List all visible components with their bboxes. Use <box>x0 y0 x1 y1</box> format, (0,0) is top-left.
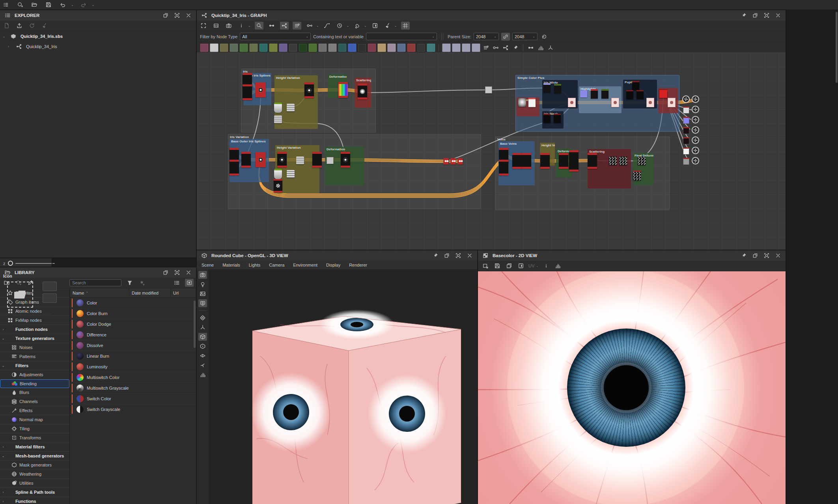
graph-node-noisebw[interactable] <box>619 157 627 165</box>
graph-node-atomic[interactable] <box>522 153 531 169</box>
graph-node-levels[interactable] <box>296 157 304 164</box>
wire-style-icon[interactable] <box>323 22 331 30</box>
output-node-icon[interactable] <box>692 126 699 134</box>
graph-node-purple[interactable] <box>580 90 587 97</box>
tree-expander-icon[interactable]: › <box>2 491 5 494</box>
save-icon[interactable] <box>44 1 53 9</box>
library-tree-item-texture-generators[interactable]: ⌄Texture generators <box>0 334 69 343</box>
menu-environment[interactable]: Environment <box>293 263 317 267</box>
graph-node-noiseblob[interactable] <box>518 98 526 107</box>
tools-icon[interactable] <box>353 22 362 30</box>
node-type-icon-23[interactable] <box>427 43 435 52</box>
link-display-icon[interactable] <box>267 22 276 30</box>
copy-image-icon[interactable] <box>505 262 513 270</box>
expander-icon[interactable]: › <box>8 45 12 49</box>
link-size-icon[interactable] <box>501 33 510 41</box>
node-type-icon-13[interactable] <box>328 43 337 52</box>
graph-node-dotpair[interactable] <box>458 158 463 164</box>
graph-node-levels[interactable] <box>287 170 295 178</box>
undo-icon[interactable] <box>58 1 67 9</box>
library-item-switch-grayscale[interactable]: Switch Grayscale <box>70 404 196 415</box>
refresh-view-icon[interactable] <box>517 262 525 270</box>
app-menu-icon[interactable] <box>2 1 10 9</box>
output-node-icon[interactable] <box>692 147 699 154</box>
library-item-multiswitch-color[interactable]: Multiswitch Color <box>70 372 196 383</box>
graph-node-blend[interactable] <box>568 98 576 107</box>
float-icon[interactable] <box>751 252 760 259</box>
float-icon[interactable] <box>161 269 170 276</box>
redo-icon[interactable] <box>79 1 88 9</box>
menu-display[interactable]: Display <box>326 263 340 267</box>
graph-node-black[interactable] <box>626 90 633 99</box>
turntable-icon[interactable] <box>198 361 207 369</box>
graph-node-noisebw[interactable] <box>609 157 617 165</box>
lights-icon[interactable] <box>198 280 207 288</box>
dot-node-icon[interactable] <box>491 44 500 52</box>
tree-expander-icon[interactable]: ⌄ <box>2 337 5 340</box>
pin-icon[interactable] <box>431 252 440 259</box>
library-tree-item-channels[interactable]: Channels <box>0 397 69 406</box>
explorer-package-row[interactable]: ⌄ Quicktip_34_Iris.sbs <box>0 31 196 41</box>
node-type-icon-2[interactable] <box>220 43 228 52</box>
graph-node-dotpair[interactable] <box>451 158 456 164</box>
add-favorite-icon[interactable] <box>138 279 147 287</box>
reset-size-icon[interactable] <box>540 33 549 41</box>
graph-canvas[interactable]: IrisBase Iris SplinesHeight VariationDef… <box>197 52 786 250</box>
menu-lights[interactable]: Lights <box>249 263 260 267</box>
menu-scene[interactable]: Scene <box>202 263 214 267</box>
portal-node-icon-1[interactable] <box>452 43 461 52</box>
panel-menu-icon[interactable] <box>3 11 12 19</box>
node-type-icon-22[interactable] <box>417 43 426 52</box>
export-image-icon[interactable] <box>481 262 490 270</box>
library-item-color-dodge[interactable]: Color Dodge <box>70 319 196 330</box>
float-icon[interactable] <box>442 252 451 259</box>
clean-icon[interactable] <box>40 22 49 30</box>
column-name[interactable]: Name⌃ <box>70 289 129 297</box>
graph-node-atomicN[interactable] <box>358 84 367 99</box>
float-icon[interactable] <box>751 11 760 19</box>
library-tree-item-transforms[interactable]: Transforms <box>0 433 69 442</box>
graph-node-atomic[interactable] <box>559 153 568 169</box>
graph-node-levels[interactable] <box>274 116 282 123</box>
node-type-icon-3[interactable] <box>230 43 238 52</box>
output-node-icon[interactable] <box>692 157 699 164</box>
graph-node-atomic[interactable] <box>243 84 252 100</box>
graph-node-atomic[interactable] <box>540 153 550 169</box>
close-icon[interactable] <box>184 269 193 276</box>
new-substance-icon[interactable] <box>16 1 24 9</box>
library-tree-item-weathering[interactable]: Weathering <box>0 470 69 479</box>
graph-node-levels[interactable] <box>287 104 295 112</box>
icon-button-2[interactable] <box>43 293 57 303</box>
tree-expander-icon[interactable]: ⌄ <box>2 364 5 368</box>
fit-view-icon[interactable] <box>199 22 208 30</box>
graph-node-black[interactable] <box>543 114 551 123</box>
tree-expander-icon[interactable]: › <box>2 445 5 449</box>
grid-plane-icon[interactable] <box>198 314 207 322</box>
library-item-difference[interactable]: Difference <box>70 330 196 340</box>
save-image-icon[interactable] <box>493 262 502 270</box>
column-date-modified[interactable]: Date modified <box>129 289 171 297</box>
view-2d-viewport[interactable] <box>478 271 786 504</box>
axis-gizmo-icon[interactable] <box>198 323 207 331</box>
wireframe-icon[interactable] <box>198 342 207 350</box>
info-icon[interactable] <box>542 262 551 270</box>
node-type-icon-11[interactable] <box>308 43 317 52</box>
parent-size-dropdown[interactable]: 2048⌄ <box>474 33 499 40</box>
node-type-icon-12[interactable] <box>318 43 327 52</box>
node-type-icon-5[interactable] <box>249 43 258 52</box>
physical-z-slider[interactable]: z <box>3 259 49 267</box>
comment-node-icon[interactable] <box>482 44 490 52</box>
node-type-icon-20[interactable] <box>397 43 406 52</box>
graph-node-greentop[interactable] <box>601 89 608 99</box>
graph-node-atomicC[interactable] <box>277 152 287 168</box>
library-tree-item-adjustments[interactable]: Adjustments <box>0 370 69 379</box>
graph-node-blend[interactable] <box>668 98 676 107</box>
align-nodes-icon[interactable] <box>526 44 535 52</box>
graph-node-blend[interactable] <box>611 98 619 107</box>
size-dropdown[interactable]: 2048⌄ <box>512 33 538 40</box>
graph-node-atomic[interactable] <box>241 152 251 168</box>
graph-node-black[interactable] <box>636 90 644 99</box>
tree-expander-icon[interactable]: ⌄ <box>2 454 5 458</box>
library-item-switch-color[interactable]: Switch Color <box>70 394 196 404</box>
uv-toggle[interactable]: UV <box>528 263 534 268</box>
